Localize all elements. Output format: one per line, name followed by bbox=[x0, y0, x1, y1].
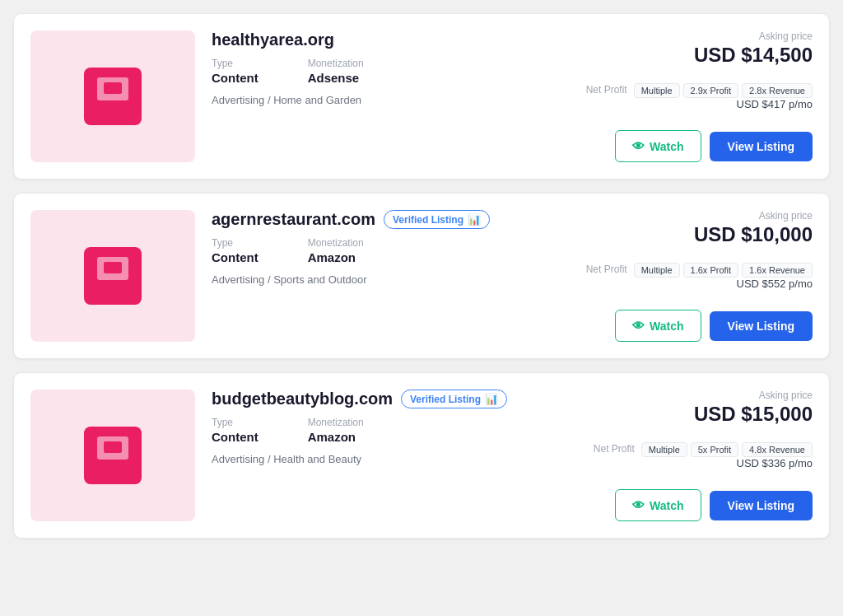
asking-price: USD $10,000 bbox=[694, 223, 813, 246]
verified-badge: Verified Listing 📊 bbox=[384, 210, 490, 229]
watch-label: Watch bbox=[650, 140, 683, 153]
listing-content: budgetbeautyblog.com Verified Listing 📊 … bbox=[212, 390, 577, 521]
listing-right: Asking price USD $10,000 Net Profit Mult… bbox=[586, 210, 813, 342]
badge-0: Multiple bbox=[634, 263, 680, 278]
view-listing-label: View Listing bbox=[728, 499, 794, 512]
type-label: Type bbox=[212, 58, 258, 69]
listing-card-2: agernrestaurant.com Verified Listing 📊 T… bbox=[13, 193, 830, 359]
net-profit-label: Net Profit bbox=[594, 443, 635, 455]
listing-content: agernrestaurant.com Verified Listing 📊 T… bbox=[212, 210, 570, 342]
listing-title: budgetbeautyblog.com bbox=[212, 390, 393, 408]
watch-button[interactable]: 👁 Watch bbox=[615, 489, 701, 521]
chart-icon: 📊 bbox=[468, 213, 481, 226]
badge-1: 5x Profit bbox=[691, 442, 738, 457]
badge-2: 1.6x Revenue bbox=[742, 263, 813, 278]
net-profit-label: Net Profit bbox=[586, 264, 627, 275]
watch-button[interactable]: 👁 Watch bbox=[615, 130, 701, 162]
listing-thumbnail bbox=[30, 390, 195, 521]
listing-category: Advertising / Health and Beauty bbox=[212, 453, 577, 465]
listing-category: Advertising / Sports and Outdoor bbox=[212, 273, 570, 286]
profit-section: Net Profit Multiple5x Profit4.8x Revenue… bbox=[594, 442, 813, 473]
listing-title: healthyarea.org bbox=[212, 30, 334, 49]
net-profit-value: USD $417 p/mo bbox=[586, 98, 813, 110]
actions-row: 👁 Watch View Listing bbox=[615, 310, 813, 342]
type-label: Type bbox=[212, 237, 258, 249]
listing-meta: Type Content Monetization Adsense bbox=[212, 58, 570, 86]
listing-card-3: budgetbeautyblog.com Verified Listing 📊 … bbox=[13, 372, 830, 539]
view-listing-button[interactable]: View Listing bbox=[710, 491, 813, 520]
net-profit-row: Net Profit Multiple1.6x Profit1.6x Reven… bbox=[586, 263, 813, 278]
net-profit-value: USD $552 p/mo bbox=[586, 278, 813, 290]
asking-label: Asking price bbox=[694, 210, 813, 222]
eye-icon: 👁 bbox=[632, 139, 645, 153]
price-section: Asking price USD $10,000 bbox=[694, 210, 813, 246]
thumbnail-icon bbox=[84, 427, 142, 484]
listing-right: Asking price USD $14,500 Net Profit Mult… bbox=[586, 30, 813, 162]
monetization-group: Monetization Adsense bbox=[308, 58, 364, 86]
verified-badge: Verified Listing 📊 bbox=[401, 390, 507, 408]
listing-content: healthyarea.org Type Content Monetizatio… bbox=[212, 30, 570, 162]
type-group: Type Content bbox=[212, 58, 258, 86]
listing-right: Asking price USD $15,000 Net Profit Mult… bbox=[594, 390, 813, 521]
monetization-value: Amazon bbox=[308, 430, 356, 444]
watch-label: Watch bbox=[650, 320, 683, 333]
net-profit-label: Net Profit bbox=[586, 84, 627, 96]
profit-section: Net Profit Multiple1.6x Profit1.6x Reven… bbox=[586, 263, 813, 293]
listing-category: Advertising / Home and Garden bbox=[212, 94, 570, 106]
eye-icon: 👁 bbox=[632, 498, 645, 512]
monetization-label: Monetization bbox=[308, 417, 364, 428]
badge-2: 2.8x Revenue bbox=[742, 83, 813, 98]
badges-row: Multiple1.6x Profit1.6x Revenue bbox=[634, 263, 813, 278]
badge-1: 1.6x Profit bbox=[683, 263, 739, 278]
monetization-label: Monetization bbox=[308, 237, 364, 249]
watch-label: Watch bbox=[650, 499, 683, 512]
badges-row: Multiple5x Profit4.8x Revenue bbox=[641, 442, 813, 457]
profit-section: Net Profit Multiple2.9x Profit2.8x Reven… bbox=[586, 83, 813, 114]
type-value: Content bbox=[212, 71, 258, 85]
monetization-value: Amazon bbox=[308, 250, 356, 264]
net-profit-value: USD $336 p/mo bbox=[594, 457, 813, 469]
listings-container: healthyarea.org Type Content Monetizatio… bbox=[13, 13, 830, 539]
actions-row: 👁 Watch View Listing bbox=[615, 130, 813, 162]
type-group: Type Content bbox=[212, 417, 258, 445]
monetization-group: Monetization Amazon bbox=[308, 417, 364, 445]
type-value: Content bbox=[212, 430, 258, 444]
view-listing-button[interactable]: View Listing bbox=[710, 311, 813, 341]
listing-header: healthyarea.org bbox=[212, 30, 570, 49]
asking-price: USD $14,500 bbox=[694, 44, 813, 67]
verified-label: Verified Listing bbox=[393, 214, 463, 226]
price-section: Asking price USD $14,500 bbox=[694, 30, 813, 67]
listing-thumbnail bbox=[30, 210, 195, 342]
type-label: Type bbox=[212, 417, 258, 428]
type-value: Content bbox=[212, 250, 258, 264]
chart-icon: 📊 bbox=[485, 393, 498, 405]
asking-price: USD $15,000 bbox=[694, 403, 813, 426]
asking-label: Asking price bbox=[694, 30, 813, 42]
badges-row: Multiple2.9x Profit2.8x Revenue bbox=[634, 83, 813, 98]
type-group: Type Content bbox=[212, 237, 258, 265]
listing-thumbnail bbox=[30, 30, 195, 162]
monetization-value: Adsense bbox=[308, 71, 360, 85]
view-listing-label: View Listing bbox=[728, 320, 794, 333]
eye-icon: 👁 bbox=[632, 319, 645, 333]
badge-0: Multiple bbox=[641, 442, 687, 457]
view-listing-label: View Listing bbox=[728, 140, 794, 153]
badge-2: 4.8x Revenue bbox=[742, 442, 813, 457]
badge-0: Multiple bbox=[634, 83, 680, 98]
monetization-label: Monetization bbox=[308, 58, 364, 69]
view-listing-button[interactable]: View Listing bbox=[710, 132, 813, 161]
net-profit-row: Net Profit Multiple5x Profit4.8x Revenue bbox=[594, 442, 813, 457]
verified-label: Verified Listing bbox=[410, 394, 481, 405]
badge-1: 2.9x Profit bbox=[683, 83, 739, 98]
thumbnail-icon bbox=[84, 247, 142, 305]
monetization-group: Monetization Amazon bbox=[308, 237, 364, 265]
asking-label: Asking price bbox=[694, 390, 813, 401]
listing-header: agernrestaurant.com Verified Listing 📊 bbox=[212, 210, 570, 229]
listing-card-1: healthyarea.org Type Content Monetizatio… bbox=[13, 13, 830, 180]
watch-button[interactable]: 👁 Watch bbox=[615, 310, 701, 342]
net-profit-row: Net Profit Multiple2.9x Profit2.8x Reven… bbox=[586, 83, 813, 98]
listing-header: budgetbeautyblog.com Verified Listing 📊 bbox=[212, 390, 577, 408]
price-section: Asking price USD $15,000 bbox=[694, 390, 813, 426]
actions-row: 👁 Watch View Listing bbox=[615, 489, 813, 521]
listing-meta: Type Content Monetization Amazon bbox=[212, 237, 570, 265]
